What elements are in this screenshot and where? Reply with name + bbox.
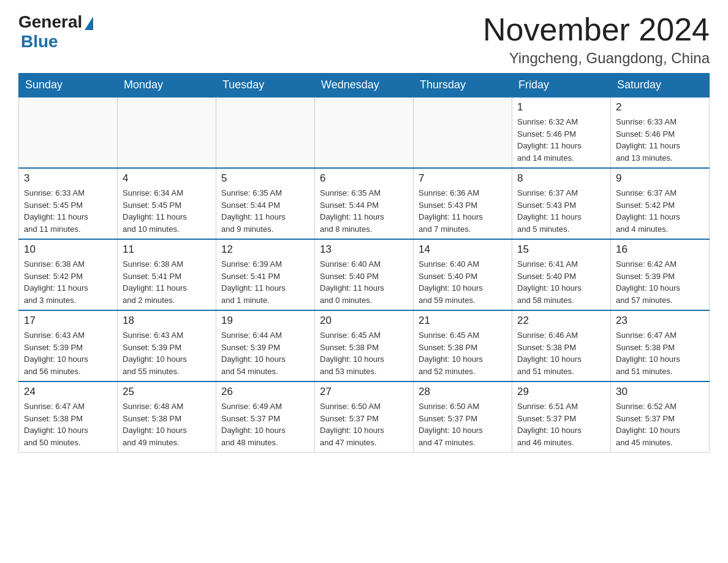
- calendar-cell: 28Sunrise: 6:50 AMSunset: 5:37 PMDayligh…: [414, 381, 512, 453]
- logo-blue-text: Blue: [21, 32, 58, 52]
- calendar-cell: 16Sunrise: 6:42 AMSunset: 5:39 PMDayligh…: [611, 239, 710, 310]
- weekday-header-monday: Monday: [118, 74, 216, 98]
- day-number: 29: [517, 386, 605, 398]
- day-info: Sunrise: 6:49 AMSunset: 5:37 PMDaylight:…: [221, 400, 309, 448]
- day-info: Sunrise: 6:37 AMSunset: 5:43 PMDaylight:…: [517, 187, 605, 235]
- calendar-cell: 22Sunrise: 6:46 AMSunset: 5:38 PMDayligh…: [512, 310, 611, 381]
- calendar-cell: [118, 97, 216, 168]
- calendar-cell: 20Sunrise: 6:45 AMSunset: 5:38 PMDayligh…: [315, 310, 414, 381]
- calendar-cell: 9Sunrise: 6:37 AMSunset: 5:42 PMDaylight…: [611, 168, 710, 239]
- day-number: 30: [616, 386, 704, 398]
- day-info: Sunrise: 6:34 AMSunset: 5:45 PMDaylight:…: [123, 187, 211, 235]
- day-info: Sunrise: 6:35 AMSunset: 5:44 PMDaylight:…: [221, 187, 309, 235]
- weekday-header-sunday: Sunday: [19, 74, 118, 98]
- calendar-cell: 10Sunrise: 6:38 AMSunset: 5:42 PMDayligh…: [19, 239, 118, 310]
- calendar-week-1: 1Sunrise: 6:32 AMSunset: 5:46 PMDaylight…: [19, 97, 710, 168]
- calendar-cell: 27Sunrise: 6:50 AMSunset: 5:37 PMDayligh…: [315, 381, 414, 453]
- month-title: November 2024: [483, 12, 710, 47]
- day-info: Sunrise: 6:43 AMSunset: 5:39 PMDaylight:…: [123, 329, 211, 377]
- calendar-week-2: 3Sunrise: 6:33 AMSunset: 5:45 PMDaylight…: [19, 168, 710, 239]
- day-number: 1: [517, 101, 605, 113]
- day-info: Sunrise: 6:47 AMSunset: 5:38 PMDaylight:…: [24, 400, 112, 448]
- day-number: 12: [221, 243, 309, 256]
- calendar-cell: 2Sunrise: 6:33 AMSunset: 5:46 PMDaylight…: [611, 97, 710, 168]
- day-info: Sunrise: 6:48 AMSunset: 5:38 PMDaylight:…: [123, 400, 211, 448]
- calendar-cell: [315, 97, 414, 168]
- weekday-header-tuesday: Tuesday: [216, 74, 315, 98]
- logo-general-text: General: [18, 12, 82, 32]
- calendar-cell: 19Sunrise: 6:44 AMSunset: 5:39 PMDayligh…: [216, 310, 315, 381]
- day-info: Sunrise: 6:32 AMSunset: 5:46 PMDaylight:…: [517, 116, 605, 164]
- day-info: Sunrise: 6:52 AMSunset: 5:37 PMDaylight:…: [616, 400, 704, 448]
- calendar-cell: 24Sunrise: 6:47 AMSunset: 5:38 PMDayligh…: [19, 381, 118, 453]
- calendar-cell: [216, 97, 315, 168]
- day-number: 21: [419, 315, 507, 327]
- day-info: Sunrise: 6:47 AMSunset: 5:38 PMDaylight:…: [616, 329, 704, 377]
- calendar-cell: 14Sunrise: 6:40 AMSunset: 5:40 PMDayligh…: [414, 239, 512, 310]
- day-info: Sunrise: 6:33 AMSunset: 5:46 PMDaylight:…: [616, 116, 704, 164]
- calendar-week-4: 17Sunrise: 6:43 AMSunset: 5:39 PMDayligh…: [19, 310, 710, 381]
- day-info: Sunrise: 6:51 AMSunset: 5:37 PMDaylight:…: [517, 400, 605, 448]
- calendar-cell: 11Sunrise: 6:38 AMSunset: 5:41 PMDayligh…: [118, 239, 216, 310]
- weekday-header-friday: Friday: [512, 74, 611, 98]
- calendar-cell: 7Sunrise: 6:36 AMSunset: 5:43 PMDaylight…: [414, 168, 512, 239]
- day-number: 10: [24, 243, 112, 256]
- day-info: Sunrise: 6:40 AMSunset: 5:40 PMDaylight:…: [320, 258, 408, 306]
- day-info: Sunrise: 6:44 AMSunset: 5:39 PMDaylight:…: [221, 329, 309, 377]
- day-number: 26: [221, 386, 309, 398]
- day-info: Sunrise: 6:42 AMSunset: 5:39 PMDaylight:…: [616, 258, 704, 306]
- logo-triangle-icon: [85, 17, 93, 30]
- logo: General Blue: [18, 12, 93, 52]
- day-info: Sunrise: 6:38 AMSunset: 5:42 PMDaylight:…: [24, 258, 112, 306]
- day-info: Sunrise: 6:36 AMSunset: 5:43 PMDaylight:…: [419, 187, 507, 235]
- day-info: Sunrise: 6:45 AMSunset: 5:38 PMDaylight:…: [419, 329, 507, 377]
- day-number: 9: [616, 172, 704, 185]
- day-number: 16: [616, 243, 704, 256]
- day-info: Sunrise: 6:37 AMSunset: 5:42 PMDaylight:…: [616, 187, 704, 235]
- calendar-cell: 13Sunrise: 6:40 AMSunset: 5:40 PMDayligh…: [315, 239, 414, 310]
- day-info: Sunrise: 6:35 AMSunset: 5:44 PMDaylight:…: [320, 187, 408, 235]
- location-title: Yingcheng, Guangdong, China: [483, 50, 710, 67]
- day-number: 13: [320, 243, 408, 256]
- day-number: 24: [24, 386, 112, 398]
- day-number: 20: [320, 315, 408, 327]
- calendar-cell: 29Sunrise: 6:51 AMSunset: 5:37 PMDayligh…: [512, 381, 611, 453]
- title-block: November 2024 Yingcheng, Guangdong, Chin…: [483, 12, 710, 67]
- calendar-cell: 21Sunrise: 6:45 AMSunset: 5:38 PMDayligh…: [414, 310, 512, 381]
- day-info: Sunrise: 6:39 AMSunset: 5:41 PMDaylight:…: [221, 258, 309, 306]
- day-info: Sunrise: 6:41 AMSunset: 5:40 PMDaylight:…: [517, 258, 605, 306]
- weekday-header-thursday: Thursday: [414, 74, 512, 98]
- calendar-week-5: 24Sunrise: 6:47 AMSunset: 5:38 PMDayligh…: [19, 381, 710, 453]
- day-number: 2: [616, 101, 704, 113]
- calendar-cell: 25Sunrise: 6:48 AMSunset: 5:38 PMDayligh…: [118, 381, 216, 453]
- day-number: 4: [123, 172, 211, 185]
- page-header: General Blue November 2024 Yingcheng, Gu…: [18, 12, 710, 67]
- calendar-week-3: 10Sunrise: 6:38 AMSunset: 5:42 PMDayligh…: [19, 239, 710, 310]
- calendar-cell: [414, 97, 512, 168]
- day-number: 22: [517, 315, 605, 327]
- calendar-cell: 18Sunrise: 6:43 AMSunset: 5:39 PMDayligh…: [118, 310, 216, 381]
- day-number: 15: [517, 243, 605, 256]
- day-number: 8: [517, 172, 605, 185]
- day-number: 5: [221, 172, 309, 185]
- day-number: 14: [419, 243, 507, 256]
- day-info: Sunrise: 6:46 AMSunset: 5:38 PMDaylight:…: [517, 329, 605, 377]
- calendar-cell: 30Sunrise: 6:52 AMSunset: 5:37 PMDayligh…: [611, 381, 710, 453]
- day-info: Sunrise: 6:38 AMSunset: 5:41 PMDaylight:…: [123, 258, 211, 306]
- day-number: 27: [320, 386, 408, 398]
- calendar-cell: [19, 97, 118, 168]
- day-info: Sunrise: 6:43 AMSunset: 5:39 PMDaylight:…: [24, 329, 112, 377]
- calendar-cell: 15Sunrise: 6:41 AMSunset: 5:40 PMDayligh…: [512, 239, 611, 310]
- day-info: Sunrise: 6:45 AMSunset: 5:38 PMDaylight:…: [320, 329, 408, 377]
- day-number: 28: [419, 386, 507, 398]
- day-number: 11: [123, 243, 211, 256]
- day-info: Sunrise: 6:50 AMSunset: 5:37 PMDaylight:…: [320, 400, 408, 448]
- calendar-cell: 23Sunrise: 6:47 AMSunset: 5:38 PMDayligh…: [611, 310, 710, 381]
- day-number: 23: [616, 315, 704, 327]
- day-number: 18: [123, 315, 211, 327]
- calendar-cell: 26Sunrise: 6:49 AMSunset: 5:37 PMDayligh…: [216, 381, 315, 453]
- calendar-cell: 12Sunrise: 6:39 AMSunset: 5:41 PMDayligh…: [216, 239, 315, 310]
- calendar-header-row: SundayMondayTuesdayWednesdayThursdayFrid…: [19, 74, 710, 98]
- calendar-cell: 8Sunrise: 6:37 AMSunset: 5:43 PMDaylight…: [512, 168, 611, 239]
- day-info: Sunrise: 6:50 AMSunset: 5:37 PMDaylight:…: [419, 400, 507, 448]
